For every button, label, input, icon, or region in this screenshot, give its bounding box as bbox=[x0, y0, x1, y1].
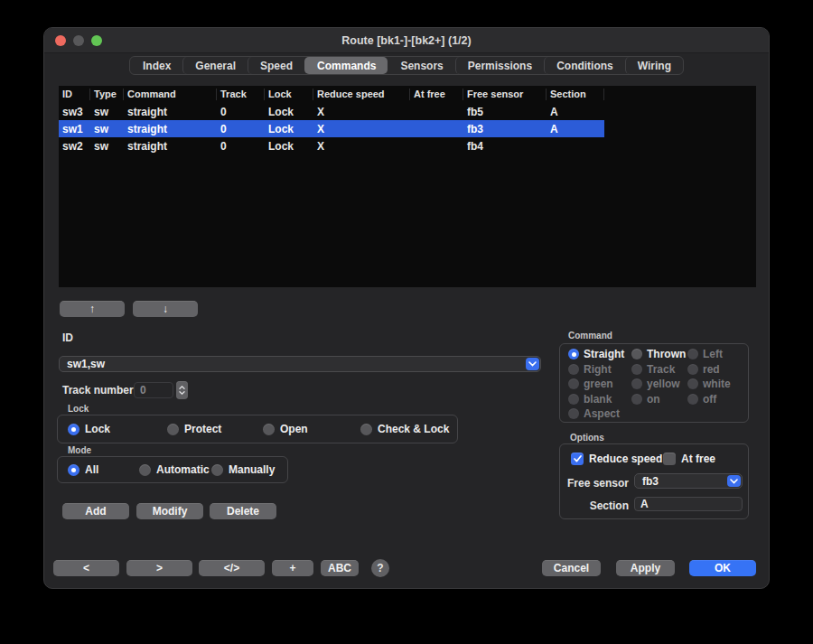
delete-button[interactable]: Delete bbox=[210, 503, 276, 519]
cell: X bbox=[313, 106, 410, 118]
tab-index[interactable]: Index bbox=[130, 57, 182, 74]
radio-icon bbox=[211, 464, 223, 476]
lock-radio-group: Lock Protect Open Check & Lock bbox=[68, 415, 449, 443]
col-at-free[interactable]: At free bbox=[410, 89, 463, 100]
cell: 0 bbox=[217, 140, 265, 153]
plus-button-label: + bbox=[289, 562, 295, 574]
arrow-down-icon: ↓ bbox=[163, 303, 168, 315]
tab-speed[interactable]: Speed bbox=[248, 57, 304, 74]
plus-button[interactable]: + bbox=[272, 560, 313, 576]
id-combobox[interactable]: sw1,sw bbox=[59, 356, 541, 372]
tab-conditions[interactable]: Conditions bbox=[544, 57, 625, 74]
next-button[interactable]: > bbox=[126, 560, 192, 576]
radio-label: Open bbox=[280, 423, 308, 435]
track-number-field[interactable]: 0 bbox=[134, 382, 173, 398]
radio-thrown[interactable]: Thrown bbox=[631, 348, 687, 360]
question-mark-icon: ? bbox=[377, 562, 383, 574]
tab-permissions[interactable]: Permissions bbox=[455, 57, 544, 74]
table-row[interactable]: sw3 sw straight 0 Lock X fb5 A bbox=[59, 103, 604, 120]
radio-lock[interactable]: Lock bbox=[68, 423, 167, 435]
col-track[interactable]: Track bbox=[217, 89, 265, 100]
add-button[interactable]: Add bbox=[62, 503, 129, 519]
radio-left: Left bbox=[687, 348, 751, 360]
apply-button-label: Apply bbox=[631, 562, 660, 574]
chevron-down-icon[interactable] bbox=[526, 358, 539, 370]
radio-protect[interactable]: Protect bbox=[167, 423, 263, 435]
prev-button[interactable]: < bbox=[53, 560, 119, 576]
radio-label: green bbox=[584, 378, 613, 390]
radio-check-and-lock[interactable]: Check & Lock bbox=[360, 423, 449, 435]
cell: A bbox=[547, 106, 604, 118]
col-lock[interactable]: Lock bbox=[265, 89, 313, 100]
radio-open[interactable]: Open bbox=[263, 423, 360, 435]
col-section[interactable]: Section bbox=[547, 89, 604, 100]
radio-icon bbox=[687, 349, 698, 359]
track-number-value: 0 bbox=[140, 384, 146, 397]
table-row[interactable]: sw2 sw straight 0 Lock X fb4 bbox=[59, 137, 604, 154]
track-number-stepper[interactable] bbox=[176, 381, 188, 399]
xml-button[interactable]: </> bbox=[199, 560, 265, 576]
radio-label: Manually bbox=[229, 463, 275, 476]
radio-icon bbox=[360, 424, 372, 435]
zoom-icon[interactable] bbox=[91, 35, 102, 46]
col-free-sensor[interactable]: Free sensor bbox=[463, 89, 547, 100]
ok-button-label: OK bbox=[715, 562, 731, 574]
add-button-label: Add bbox=[85, 505, 106, 518]
radio-icon bbox=[687, 378, 698, 389]
abc-button[interactable]: ABC bbox=[321, 560, 359, 576]
move-up-button[interactable]: ↑ bbox=[60, 301, 125, 317]
close-icon[interactable] bbox=[55, 35, 66, 46]
cell: fb5 bbox=[463, 106, 547, 118]
cancel-button[interactable]: Cancel bbox=[542, 560, 601, 576]
radio-icon bbox=[568, 349, 579, 359]
radio-label: red bbox=[703, 363, 720, 376]
table-header: ID Type Command Track Lock Reduce speed … bbox=[59, 86, 604, 103]
delete-button-label: Delete bbox=[227, 505, 259, 518]
tab-wiring[interactable]: Wiring bbox=[625, 57, 683, 74]
radio-straight[interactable]: Straight bbox=[568, 348, 631, 360]
at-free-checkbox[interactable]: At free bbox=[663, 453, 715, 465]
radio-label: white bbox=[703, 378, 731, 390]
minimize-icon[interactable] bbox=[73, 35, 84, 46]
chevron-down-icon[interactable] bbox=[727, 475, 741, 487]
radio-all[interactable]: All bbox=[68, 463, 139, 476]
radio-label: Right bbox=[584, 363, 612, 376]
cell: A bbox=[547, 123, 604, 135]
cell: 0 bbox=[217, 106, 265, 118]
reduce-speed-checkbox[interactable]: Reduce speed bbox=[571, 453, 662, 465]
radio-off: off bbox=[687, 393, 751, 406]
id-label: ID bbox=[62, 331, 73, 344]
cell: sw bbox=[90, 106, 124, 118]
help-button[interactable]: ? bbox=[371, 559, 389, 577]
free-sensor-combobox[interactable]: fb3 bbox=[634, 473, 743, 489]
tab-commands[interactable]: Commands bbox=[304, 57, 388, 74]
radio-icon bbox=[263, 424, 275, 435]
cell: fb3 bbox=[463, 123, 547, 135]
tab-sensors[interactable]: Sensors bbox=[388, 57, 454, 74]
col-id[interactable]: ID bbox=[59, 89, 90, 100]
cell: Lock bbox=[265, 123, 313, 135]
ok-button[interactable]: OK bbox=[689, 560, 756, 576]
move-down-button[interactable]: ↓ bbox=[133, 301, 198, 317]
modify-button[interactable]: Modify bbox=[136, 503, 203, 519]
col-reduce-speed[interactable]: Reduce speed bbox=[313, 89, 410, 100]
titlebar[interactable]: Route [bk1-]-[bk2+] (1/2) bbox=[44, 28, 769, 53]
radio-label: All bbox=[85, 463, 98, 476]
modify-button-label: Modify bbox=[153, 505, 188, 518]
apply-button[interactable]: Apply bbox=[616, 560, 675, 576]
section-field[interactable]: A bbox=[634, 497, 743, 511]
cell: straight bbox=[124, 106, 217, 118]
cell: sw3 bbox=[59, 106, 90, 118]
col-command[interactable]: Command bbox=[124, 89, 217, 100]
radio-automatic[interactable]: Automatic bbox=[139, 463, 211, 476]
radio-label: Straight bbox=[584, 348, 624, 360]
radio-white: white bbox=[687, 378, 751, 390]
table-row-selected[interactable]: sw1 sw straight 0 Lock X fb3 A bbox=[59, 120, 604, 137]
radio-manually[interactable]: Manually bbox=[211, 463, 275, 476]
radio-icon bbox=[139, 464, 151, 476]
lock-group-caption: Lock bbox=[68, 404, 89, 414]
stepper-down-icon bbox=[179, 391, 185, 395]
prev-button-label: < bbox=[83, 562, 89, 574]
col-type[interactable]: Type bbox=[90, 89, 124, 100]
tab-general[interactable]: General bbox=[182, 57, 248, 74]
